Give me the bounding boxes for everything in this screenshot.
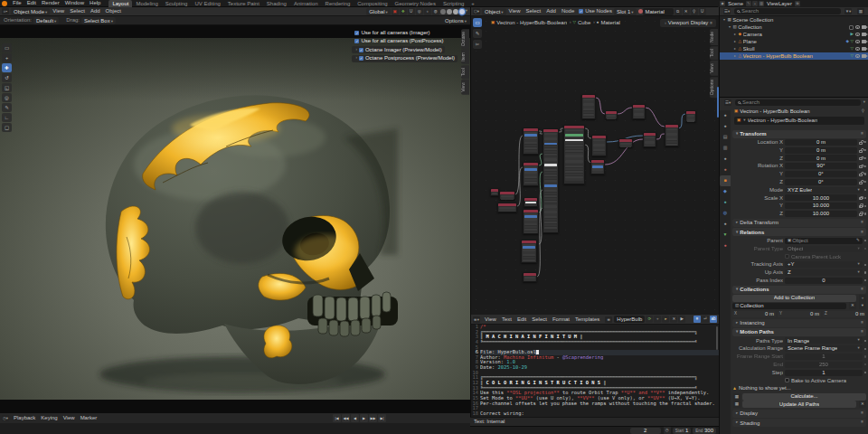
checkbox-icon[interactable]: ✓	[359, 56, 363, 61]
node-select-tool[interactable]: ▭	[473, 18, 482, 27]
timeline-menu-playback[interactable]: Playback	[11, 415, 38, 421]
node-sidebar-tab-tool[interactable]: Tool	[710, 46, 718, 60]
menu-window[interactable]: Window	[62, 0, 87, 6]
workspace-tab-sculpting[interactable]: Sculpting	[162, 0, 192, 7]
menu-help[interactable]: Help	[87, 0, 103, 6]
properties-search-input[interactable]: Search	[735, 99, 861, 106]
prop-z-field[interactable]: 10.000	[785, 211, 857, 217]
offset-y-field[interactable]: Y0 m	[778, 311, 821, 317]
shader-node[interactable]	[542, 128, 559, 233]
prop-step-field[interactable]: 1	[785, 370, 863, 376]
overlay-check-0[interactable]: ✓Use for all cameras (Imager)	[352, 29, 432, 36]
properties-tab-output[interactable]: ▤	[720, 132, 731, 143]
prop-calculation-range-dropdown[interactable]: Scene Frame Range▾	[785, 345, 863, 352]
lock-closed-icon[interactable]	[859, 205, 863, 208]
panel-menu-icon[interactable]: ≡	[861, 330, 863, 335]
lock-open-icon[interactable]	[859, 165, 863, 168]
sidebar-tab-view[interactable]: View	[461, 80, 469, 95]
text-editor-scrollbar[interactable]	[716, 326, 718, 350]
shader-editor-icon[interactable]: ⬡▾	[473, 8, 480, 14]
text-menu-view[interactable]: View	[482, 316, 499, 323]
animate-dot[interactable]	[864, 279, 866, 281]
animate-dot[interactable]	[864, 355, 866, 357]
sidebar-tab-tool[interactable]: Tool	[461, 65, 469, 79]
shader-node[interactable]	[497, 203, 517, 212]
word-wrap-toggle-icon[interactable]: ⏎	[702, 316, 709, 323]
blender-logo-icon[interactable]	[2, 1, 7, 6]
lock-open-icon[interactable]	[859, 174, 863, 176]
next-keyframe-button[interactable]: ▶▶	[369, 414, 377, 422]
expand-icon[interactable]: ▸	[733, 47, 737, 51]
shader-node[interactable]	[591, 135, 607, 156]
shader-node[interactable]	[524, 197, 538, 207]
panel-menu-icon[interactable]: ≡	[861, 288, 863, 292]
transform-orientation-dropdown[interactable]: Global▾	[366, 8, 391, 15]
panel-delta-transform[interactable]: ▸Delta Transform≡	[732, 219, 866, 227]
prop-z-field[interactable]: 0°	[785, 179, 857, 185]
panel-menu-icon[interactable]: ≡	[861, 321, 863, 326]
scale-tool[interactable]: ◱	[2, 83, 12, 92]
node-cut-links-tool[interactable]: ✂	[473, 40, 482, 49]
object-name-field[interactable]: ▣ ▾ Vectron - HyperBulb-Boolean	[734, 117, 864, 125]
shader-node-canvas[interactable]: ▭ ✎ ✂ ▣ Vectron - HyperBulb-Boolean › ▽ …	[470, 16, 719, 315]
viewport-menu-select[interactable]: Select	[67, 8, 88, 14]
frame-start-field[interactable]: Start 1	[673, 428, 692, 434]
animate-dot[interactable]	[864, 348, 866, 350]
text-editor-body[interactable]: 1/*2╔═══════════════════════════════════…	[470, 325, 719, 417]
magnet-icon[interactable]: U	[408, 8, 415, 15]
collection-link-field[interactable]: ▧Collection	[732, 303, 846, 309]
offset-x-field[interactable]: X0 m	[732, 311, 776, 317]
hide-in-viewport-icon[interactable]	[855, 54, 860, 58]
node-annotate-tool[interactable]: ✎	[473, 29, 482, 38]
snap-icon[interactable]: U	[699, 8, 706, 15]
animate-dot[interactable]	[864, 141, 866, 143]
checkbox-icon[interactable]: ✓	[354, 39, 359, 43]
panel-menu-icon[interactable]: ≡	[861, 420, 863, 425]
add-to-collection-button[interactable]: Add to Collection	[732, 295, 856, 302]
panel-relations[interactable]: ▾Relations≡	[732, 228, 866, 236]
update-all-paths-button[interactable]: Update All Paths	[742, 401, 856, 408]
expand-icon[interactable]: ▸	[733, 33, 737, 36]
proportional-edit-icon[interactable]: ◎	[416, 8, 423, 15]
collection-menu-icon[interactable]: ▾	[859, 302, 866, 309]
shader-node[interactable]	[523, 209, 539, 234]
panel-menu-icon[interactable]: ≡	[861, 411, 863, 416]
workspace-tab-uv-editing[interactable]: UV Editing	[191, 0, 223, 7]
panel-collections[interactable]: ▾Collections≡	[732, 286, 866, 294]
viewport-menu-add[interactable]: Add	[88, 8, 103, 14]
shader-node[interactable]	[590, 159, 605, 175]
outliner-row-collection[interactable]: ▾▧Collection	[720, 24, 868, 31]
checkbox-icon[interactable]: ✓	[359, 48, 363, 52]
node-sidebar-tab-node[interactable]: Node	[710, 29, 718, 45]
open-text-icon[interactable]: ▸	[662, 316, 669, 323]
workspace-tab-shading[interactable]: Shading	[263, 0, 290, 7]
disable-in-renders-icon[interactable]	[862, 40, 866, 43]
animate-dot[interactable]	[864, 181, 866, 183]
current-frame-field[interactable]: 2	[630, 428, 661, 434]
shader-node[interactable]	[632, 104, 646, 119]
disable-in-renders-icon[interactable]	[862, 25, 866, 29]
prop-parent-type-dropdown[interactable]: Object▾	[785, 246, 863, 252]
menu-edit[interactable]: Edit	[24, 0, 39, 6]
shader-type-dropdown[interactable]: Object▾	[482, 8, 506, 15]
prop-mode-dropdown[interactable]: XYZ Euler▾	[785, 187, 863, 193]
line-numbers-toggle-icon[interactable]: ≡	[693, 316, 701, 323]
overlay-check-2[interactable]: ›✓Octane Imager (Preview/Model)	[352, 46, 444, 53]
hide-in-viewport-icon[interactable]	[855, 25, 860, 29]
animate-dot[interactable]	[864, 189, 866, 191]
new-collection-icon[interactable]: ▦	[857, 8, 864, 14]
outliner-row-skull[interactable]: ▸△Skull▽	[720, 45, 868, 52]
slot-dropdown[interactable]: Slot 1▾	[614, 8, 637, 15]
add-icon[interactable]: ＋	[859, 295, 866, 302]
timeline-editor-icon[interactable]: ◷▾	[2, 415, 9, 421]
clear-paths-icon[interactable]: ✕	[859, 401, 866, 408]
shading-dropdown-icon[interactable]: ▾	[465, 9, 467, 14]
shader-node[interactable]	[605, 110, 618, 119]
viewlayer-icon[interactable]: ▥	[759, 1, 764, 6]
outliner-filter-icon[interactable]: ▼▾	[844, 8, 852, 14]
panel-transform[interactable]: ▾Transform≡	[732, 130, 866, 138]
scene-selector[interactable]: Scene	[726, 1, 745, 7]
node-menu-node[interactable]: Node	[559, 8, 577, 14]
unlink-collection-icon[interactable]: ✕	[849, 302, 856, 309]
offset-z-field[interactable]: Z0 m	[823, 311, 866, 317]
